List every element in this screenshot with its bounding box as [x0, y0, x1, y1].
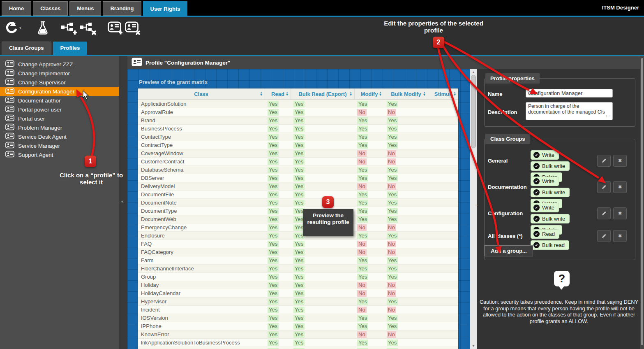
column-header-bulk-read-export[interactable]: Bulk Read (Export)▲▼ — [291, 88, 355, 99]
sort-icon[interactable]: ▲▼ — [423, 91, 426, 96]
grant-value-cell: Yes — [384, 215, 428, 223]
grant-value-cell: No — [355, 182, 384, 190]
grant-value-cell: Yes — [291, 322, 355, 330]
sort-icon[interactable]: ▲▼ — [286, 91, 289, 96]
sidebar-item-document-author[interactable]: Document author — [0, 96, 119, 105]
nav-tab-branding[interactable]: Branding — [103, 1, 141, 16]
grant-value: Yes — [268, 200, 279, 206]
vertical-scrollbar[interactable]: ▲ ▼ — [470, 69, 477, 349]
resize-grip-icon[interactable]: ⋮⋮ — [605, 115, 612, 119]
grant-value-cell: Yes — [265, 125, 291, 133]
grant-value: Yes — [387, 315, 398, 321]
grant-value-cell: Yes — [291, 182, 355, 190]
panel-scrollbar-thumb[interactable] — [641, 58, 643, 345]
nav-tab-home[interactable]: Home — [2, 1, 31, 16]
remove-group-button[interactable]: ✖ — [613, 207, 627, 219]
grant-value-cell: Yes — [265, 265, 291, 272]
sidebar-item-change-supervisor[interactable]: Change Supervisor — [0, 78, 119, 87]
table-row: ApplicationSolutionYesYesYesYes — [138, 100, 458, 108]
test-flask-icon[interactable] — [35, 20, 51, 36]
grant-value: Yes — [293, 340, 305, 346]
nav-tab-menus[interactable]: Menus — [69, 1, 101, 16]
table-row: DocumentTypeYesYesYesYes — [138, 207, 458, 215]
grant-value: Yes — [268, 117, 279, 124]
remove-group-button[interactable]: ✖ — [613, 230, 627, 242]
column-header-bulk-modify[interactable]: Bulk Modify▲▼ — [384, 88, 428, 99]
edit-group-button[interactable] — [597, 155, 611, 167]
class-name-cell: BusinessProcess — [138, 125, 265, 133]
grant-value-cell: Yes — [265, 339, 291, 347]
panel-scrollbar[interactable] — [640, 56, 644, 349]
column-header-class[interactable]: Class▲▼ — [138, 88, 265, 99]
grant-value: Yes — [268, 340, 279, 346]
add-group-button[interactable]: Add a group... — [485, 245, 533, 256]
add-branch-icon[interactable] — [61, 20, 77, 36]
grant-badge-write: ✔Write — [531, 150, 559, 160]
nav-tab-classes[interactable]: Classes — [33, 1, 68, 16]
remove-group-button[interactable]: ✖ — [613, 155, 627, 167]
check-icon: ✔ — [533, 178, 540, 184]
edit-group-button[interactable] — [597, 230, 611, 242]
column-header-modify[interactable]: Modify▲▼ — [355, 88, 384, 99]
collapse-right-icon[interactable]: » — [475, 203, 478, 207]
sidebar-item-portal-user[interactable]: Portal user — [0, 114, 119, 123]
group-label-documentation: Documentation — [488, 184, 527, 190]
scroll-down-icon[interactable]: ▼ — [470, 344, 477, 348]
description-field[interactable]: Person in charge of the documentation of… — [526, 102, 613, 120]
scrollbar-thumb[interactable] — [471, 75, 476, 148]
sidebar-item-configuration-manager[interactable]: Configuration Manager — [0, 87, 119, 96]
sidebar-item-change-implementor[interactable]: Change Implementor — [0, 69, 119, 78]
grant-value-cell: Yes — [291, 223, 355, 231]
scroll-up-icon[interactable]: ▲ — [470, 70, 477, 74]
grant-value-cell — [428, 298, 458, 305]
sort-icon[interactable]: ▲▼ — [349, 91, 352, 96]
sidebar-item-problem-manager[interactable]: Problem Manager — [0, 123, 119, 132]
grant-value-cell: No — [384, 281, 428, 289]
sidebar-item-support-agent[interactable]: Support Agent — [0, 150, 119, 159]
grant-value-cell: Yes — [291, 133, 355, 141]
sidebar-splitter[interactable]: « — [119, 56, 128, 349]
sub-tab-class-groups[interactable]: Class Groups — [2, 42, 51, 55]
table-row: HypervisorYesYesYesYes — [138, 297, 458, 305]
grant-value-cell: Yes — [291, 240, 355, 248]
grant-value-cell: Yes — [384, 166, 428, 174]
sidebar-item-label: Change Supervisor — [18, 79, 66, 86]
sidebar-item-service-manager[interactable]: Service Manager — [0, 141, 119, 150]
sub-tab-profiles[interactable]: Profiles — [53, 42, 88, 55]
grant-value: Yes — [387, 142, 398, 149]
column-header-read[interactable]: Read▲▼ — [265, 88, 291, 99]
sidebar-item-portal-power-user[interactable]: Portal power user — [0, 105, 119, 114]
remove-profile-card-icon[interactable] — [125, 20, 141, 36]
table-row: ContactTypeYesYesYesYes — [138, 133, 458, 141]
sidebar-item-label: Portal user — [18, 116, 45, 122]
grant-value-cell: No — [384, 223, 428, 231]
grant-value-cell — [428, 207, 458, 215]
column-label: Read — [271, 91, 284, 97]
sort-icon[interactable]: ▲▼ — [379, 91, 382, 96]
grant-value-cell: Yes — [384, 322, 428, 330]
nav-tab-user-rights[interactable]: User Rights — [143, 1, 188, 17]
edit-group-button[interactable] — [597, 181, 611, 193]
undo-dropdown-caret[interactable]: ▾ — [19, 26, 21, 30]
collapse-left-icon[interactable]: « — [121, 199, 124, 204]
grant-value: Yes — [293, 216, 305, 223]
grant-badge-label: Write — [542, 152, 554, 158]
grant-value: Yes — [357, 101, 368, 107]
toolbar-hint-annotation: Edit the properties of the selected prof… — [378, 20, 489, 34]
column-header-stimuli[interactable]: Stimuli▲▼ — [428, 88, 458, 99]
grant-value-cell: Yes — [291, 166, 355, 174]
edit-group-button[interactable] — [597, 207, 611, 219]
name-field[interactable] — [526, 89, 613, 98]
grant-value-cell: Yes — [291, 199, 355, 207]
sidebar-item-change-approver-zzz[interactable]: Change Approver ZZZ — [0, 60, 119, 69]
add-profile-card-icon[interactable] — [107, 20, 124, 36]
remove-branch-icon[interactable] — [80, 20, 96, 36]
sidebar-item-service-desk-agent[interactable]: Service Desk Agent — [0, 132, 119, 141]
undo-icon[interactable] — [3, 20, 20, 36]
grant-value-cell — [428, 306, 458, 314]
remove-group-button[interactable]: ✖ — [613, 181, 627, 193]
table-row: IPPhoneYesYesYesYes — [138, 322, 458, 330]
sort-icon[interactable]: ▲▼ — [260, 91, 263, 96]
sort-icon[interactable]: ▲▼ — [453, 91, 456, 96]
grant-value: No — [357, 241, 367, 247]
